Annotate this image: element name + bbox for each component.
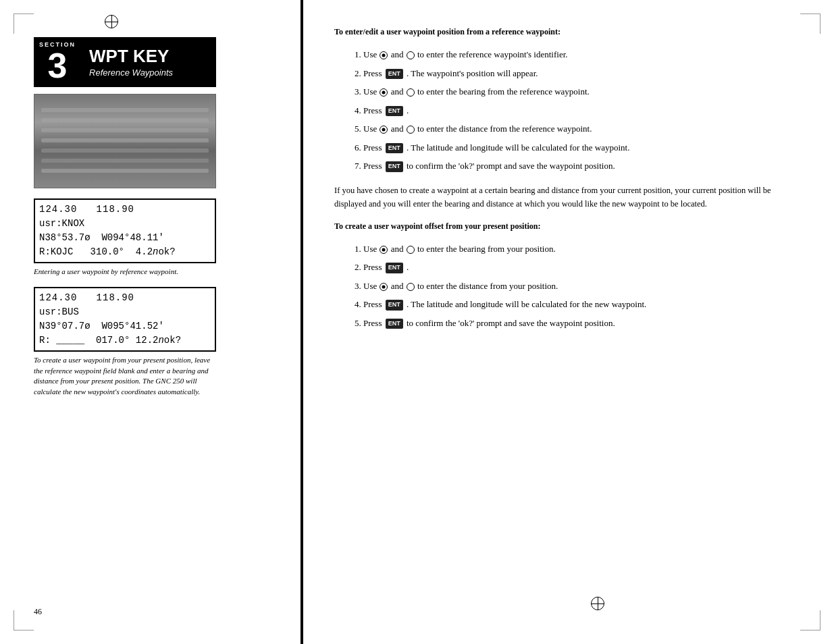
screen1-line1: 124.30 118.90 [39,203,211,217]
crosshair-bottom-right [591,597,604,610]
outer-circle-1 [407,51,415,59]
corner-mark-br [800,610,820,630]
outer-circle-3 [407,88,415,97]
step-1-4: 4. Press ENT . [355,104,800,117]
section-number: 3 [48,48,68,83]
screen1-caption: Entering a user waypoint by reference wa… [34,267,216,277]
ent-key-6: ENT [386,143,403,154]
step-1-6-num: 6. Press [355,142,384,153]
inner-circle-5 [380,126,388,134]
step-2-1: 1. Use and to enter the bearing from you… [355,242,800,256]
step-2-1-num: 1. Use [355,244,379,254]
inner-circle-2-3 [380,283,388,291]
step-1-2-num: 2. Press [355,68,384,78]
step-1-7: 7. Press ENT to confirm the 'ok?' prompt… [355,159,800,173]
step-1-6-text: . The latitude and longitude will be cal… [407,142,629,153]
step-1-3: 3. Use and to enter the bearing from the… [355,85,800,99]
divider-bar [301,0,303,644]
step-2-1-text: to enter the bearing from your position. [417,244,556,254]
section-header: SECTION 3 WPT KEY Reference Waypoints [34,37,216,87]
step-1-4-num: 4. Press [355,105,384,115]
steps-list-1: 1. Use and to enter the reference waypoi… [355,48,800,173]
step-2-2: 2. Press ENT . [355,261,800,274]
step-1-5: 5. Use and to enter the distance from th… [355,122,800,136]
step-2-5: 5. Press ENT to confirm the 'ok?' prompt… [355,317,800,330]
step-1-1-num: 1. Use [355,49,379,59]
outer-circle-5 [407,126,415,134]
step-1-4-text: . [407,105,409,115]
ent-key-7: ENT [386,161,403,172]
screen2-line4: R: _____ 017.0° 12.2nok? [39,333,211,348]
step-2-3-and: and [391,281,406,291]
step-1-5-and: and [391,124,406,134]
right-panel: To enter/edit a user waypoint position f… [301,0,834,644]
section-label-block: SECTION 3 [34,37,81,87]
step-1-3-num: 3. Use [355,86,379,97]
step-2-1-and: and [391,244,406,254]
ref-waypoints: Reference Waypoints [89,68,208,78]
ent-key-1: ENT [386,69,403,80]
inner-circle-3 [380,88,388,97]
ent-key-2-2: ENT [386,263,403,273]
step-2-3-text: to enter the distance from your position… [417,281,558,291]
step-1-6: 6. Press ENT . The latitude and longitud… [355,141,800,155]
screen2-line2: usr:BUS [39,305,211,319]
screen2-caption: To create a user waypoint from your pres… [34,355,216,397]
screen2-line3: N39°07.7ø W095°41.52' [39,319,211,333]
crosshair-top-left [105,15,118,28]
screen-box-1: 124.30 118.90 usr:KNOX N38°53.7ø W094°48… [34,198,216,263]
step-2-4: 4. Press ENT . The latitude and longitud… [355,298,800,311]
ent-key-2-5: ENT [386,319,403,329]
steps-list-2: 1. Use and to enter the bearing from you… [355,242,800,330]
step-1-2: 2. Press ENT . The waypoint's position w… [355,67,800,80]
step-1-2-text: . The waypoint's position will appear. [407,68,538,78]
step-2-4-text: . The latitude and longitude will be cal… [407,299,646,309]
page: SECTION 3 WPT KEY Reference Waypoints 12 [0,0,834,644]
screen2-line1: 124.30 118.90 [39,291,211,305]
step-1-1-and: and [391,49,406,59]
step-2-5-num: 5. Press [355,318,384,328]
step-1-1: 1. Use and to enter the reference waypoi… [355,48,800,61]
screen1-line4: R:KOJC 310.0° 4.2nok? [39,245,211,259]
step-1-7-num: 7. Press [355,161,384,171]
outer-circle-2-1 [407,246,415,254]
outer-circle-2-3 [407,283,415,291]
step-1-3-text: to enter the bearing from the reference … [417,86,590,97]
step-2-2-num: 2. Press [355,262,384,272]
section-title-block: WPT KEY Reference Waypoints [81,37,216,87]
page-number: 46 [34,607,42,617]
gps-image [34,94,216,188]
section1-title: To enter/edit a user waypoint position f… [334,27,800,37]
screen1-line3: N38°53.7ø W094°48.11' [39,231,211,245]
inner-circle-1 [380,51,388,59]
corner-mark-tr [800,14,820,34]
info-paragraph: If you have chosen to create a waypoint … [334,184,800,211]
screen-box-2: 124.30 118.90 usr:BUS N39°07.7ø W095°41.… [34,287,216,352]
step-1-5-num: 5. Use [355,124,379,134]
step-2-5-text: to confirm the 'ok?' prompt and save the… [407,318,615,328]
ent-key-4: ENT [386,106,403,117]
ent-key-2-4: ENT [386,300,403,311]
wpt-key-title: WPT KEY [89,47,208,65]
step-1-7-text: to confirm the 'ok?' prompt and save the… [407,161,615,171]
screen1-line2: usr:KNOX [39,217,211,231]
step-2-3: 3. Use and to enter the distance from yo… [355,279,800,293]
section2-title: To create a user waypoint offset from yo… [334,221,800,232]
step-2-2-text: . [407,262,409,272]
step-2-3-num: 3. Use [355,281,379,291]
step-1-3-and: and [391,86,406,97]
inner-circle-2-1 [380,246,388,254]
left-panel: SECTION 3 WPT KEY Reference Waypoints 12 [0,0,301,644]
step-1-5-text: to enter the distance from the reference… [417,124,592,134]
step-1-1-text: to enter the reference waypoint's identi… [417,49,568,59]
step-2-4-num: 4. Press [355,299,384,309]
